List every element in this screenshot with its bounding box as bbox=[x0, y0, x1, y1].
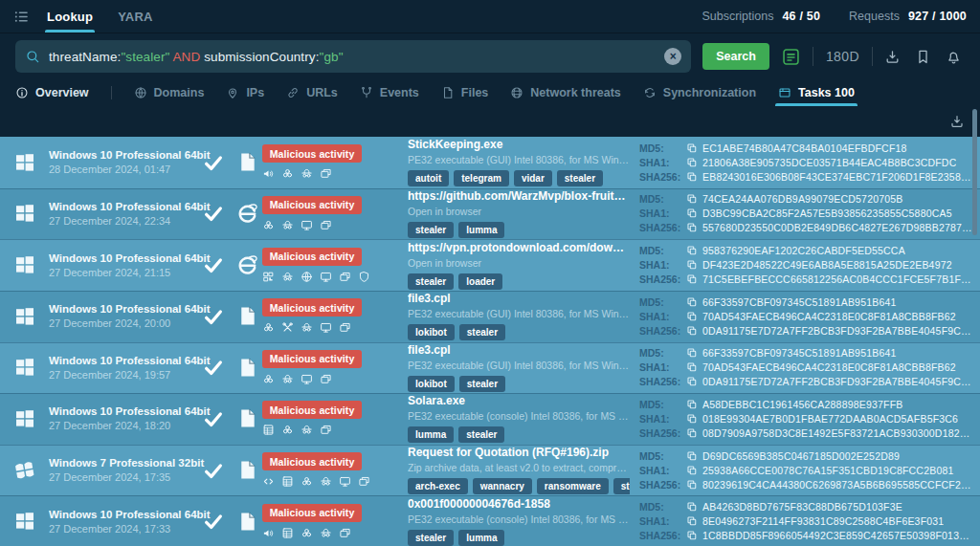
tag-lokibot[interactable]: lokibot bbox=[408, 376, 455, 392]
tag-loader[interactable]: loader bbox=[458, 273, 502, 290]
tag-lokibot[interactable]: lokibot bbox=[408, 324, 455, 340]
task-name[interactable]: Request for Quotation (RFQ#196).zip bbox=[408, 446, 630, 459]
tab-domains[interactable]: Domains bbox=[134, 79, 205, 106]
verdict-badge[interactable]: Malicious activity bbox=[262, 452, 362, 470]
tab-tasks-100[interactable]: Tasks 100 bbox=[778, 79, 855, 106]
copy-icon[interactable] bbox=[686, 171, 698, 183]
os-cell: Windows 10 Professional 64bit 27 Decembe… bbox=[0, 509, 195, 535]
task-date: 27 December 2024, 17:33 bbox=[49, 523, 211, 535]
top-tab-yara[interactable]: YARA bbox=[118, 0, 152, 33]
table-row[interactable]: Windows 10 Professional 64bit 27 Decembe… bbox=[0, 291, 980, 342]
tab-events[interactable]: Events bbox=[360, 79, 419, 106]
tag-arch-exec[interactable]: arch-exec bbox=[408, 478, 468, 494]
sha1-value: DF423E2D48522C49E6AB8A5E8815A25DE2EB4972 bbox=[702, 259, 952, 271]
hash-label: MD5: bbox=[639, 450, 681, 462]
task-name[interactable]: StickKeeping.exe bbox=[408, 138, 630, 151]
task-name[interactable]: Solara.exe bbox=[408, 394, 630, 407]
task-name[interactable]: https://github.com/WarzMvp/blox-fruits-s… bbox=[408, 189, 630, 203]
tag-stealer[interactable]: stealer bbox=[459, 324, 505, 340]
tag-telegram[interactable]: telegram bbox=[454, 170, 509, 186]
verdict-badge[interactable]: Malicious activity bbox=[262, 196, 362, 214]
tag-autoit[interactable]: autoit bbox=[408, 170, 449, 186]
verdict-badge[interactable]: Malicious activity bbox=[262, 144, 362, 163]
tag-stealer[interactable]: stealer bbox=[408, 273, 454, 290]
search-input[interactable]: threatName:"stealer" AND submissionCount… bbox=[15, 40, 691, 73]
tab-files[interactable]: Files bbox=[441, 79, 489, 106]
scrollbar-thumb[interactable] bbox=[972, 109, 977, 235]
copy-icon[interactable] bbox=[686, 361, 698, 373]
task-name[interactable]: file3.cpl bbox=[408, 292, 630, 305]
top-tab-lookup[interactable]: Lookup bbox=[47, 0, 93, 33]
table-row[interactable]: Windows 10 Professional 64bit 27 Decembe… bbox=[0, 393, 980, 445]
copy-icon[interactable] bbox=[686, 515, 698, 527]
copy-icon[interactable] bbox=[686, 347, 698, 359]
tag-lumma[interactable]: lumma bbox=[458, 222, 504, 238]
tab-urls[interactable]: URLs bbox=[286, 79, 338, 106]
notifications-icon[interactable] bbox=[946, 49, 962, 65]
tab-network-threats[interactable]: Network threats bbox=[510, 79, 620, 106]
copy-icon[interactable] bbox=[686, 222, 698, 233]
task-name[interactable]: file3.cpl bbox=[408, 343, 630, 357]
table-row[interactable]: Windows 10 Professional 64bit 27 Decembe… bbox=[0, 342, 980, 394]
copy-icon[interactable] bbox=[686, 530, 698, 541]
bookmark-icon[interactable] bbox=[915, 49, 931, 65]
copy-icon[interactable] bbox=[686, 207, 698, 219]
hash-line-md5: MD5: A58DEBBC1C1961456CA288898E937FFB bbox=[639, 399, 974, 410]
tag-stealer[interactable]: stealer bbox=[459, 376, 505, 392]
verdict-badge[interactable]: Malicious activity bbox=[262, 401, 362, 419]
tag-stealer[interactable]: stealer bbox=[458, 426, 504, 443]
clear-search-button[interactable]: × bbox=[664, 48, 681, 65]
tab-synchronization[interactable]: Synchronization bbox=[643, 79, 756, 106]
verdict-badge[interactable]: Malicious activity bbox=[262, 248, 362, 266]
copy-icon[interactable] bbox=[686, 450, 698, 462]
export-icon[interactable] bbox=[949, 114, 965, 129]
copy-icon[interactable] bbox=[686, 479, 698, 491]
table-row[interactable]: Windows 7 Professional 32bit 27 December… bbox=[0, 445, 980, 496]
copy-icon[interactable] bbox=[686, 142, 698, 154]
os-cell: Windows 10 Professional 64bit 27 Decembe… bbox=[0, 355, 195, 381]
search-button[interactable]: Search bbox=[702, 43, 769, 70]
query-builder-icon[interactable] bbox=[781, 47, 801, 67]
stack-icon bbox=[320, 424, 332, 436]
tab-ips[interactable]: IPs bbox=[226, 79, 264, 106]
check-icon bbox=[203, 203, 224, 224]
copy-icon[interactable] bbox=[686, 311, 698, 322]
os-name: Windows 10 Professional 64bit bbox=[49, 149, 211, 161]
copy-icon[interactable] bbox=[686, 501, 698, 513]
verdict-badge[interactable]: Malicious activity bbox=[262, 350, 362, 368]
copy-icon[interactable] bbox=[686, 245, 698, 256]
download-icon[interactable] bbox=[884, 49, 901, 65]
tag-stealer[interactable]: stealer bbox=[613, 478, 630, 494]
copy-icon[interactable] bbox=[686, 193, 698, 205]
task-name[interactable]: https://vpn.protondownload.com/download/… bbox=[408, 241, 630, 254]
verdict-badge[interactable]: Malicious activity bbox=[262, 504, 362, 522]
tag-ransomware[interactable]: ransomware bbox=[537, 478, 609, 494]
tag-lumma[interactable]: lumma bbox=[458, 530, 504, 546]
table-row[interactable]: Windows 10 Professional 64bit 27 Decembe… bbox=[0, 495, 980, 546]
copy-icon[interactable] bbox=[686, 413, 698, 425]
tag-vidar[interactable]: vidar bbox=[514, 170, 552, 186]
copy-icon[interactable] bbox=[686, 296, 698, 308]
table-row[interactable]: Windows 10 Professional 64bit 28 Decembe… bbox=[0, 137, 980, 188]
tag-stealer[interactable]: stealer bbox=[408, 530, 454, 546]
verdict-badge[interactable]: Malicious activity bbox=[262, 298, 362, 317]
copy-icon[interactable] bbox=[686, 325, 698, 337]
table-row[interactable]: Windows 10 Professional 64bit 27 Decembe… bbox=[0, 239, 980, 291]
copy-icon[interactable] bbox=[686, 273, 698, 285]
copy-icon[interactable] bbox=[686, 259, 698, 271]
time-range-select[interactable]: 180D bbox=[822, 49, 863, 64]
copy-icon[interactable] bbox=[686, 157, 698, 168]
task-name[interactable]: 0x001f00000004676d-1858 bbox=[408, 497, 630, 511]
tag-lumma[interactable]: lumma bbox=[408, 426, 454, 443]
tag-stealer[interactable]: stealer bbox=[408, 222, 454, 238]
tab-overview[interactable]: Overview bbox=[15, 79, 89, 106]
copy-icon[interactable] bbox=[686, 427, 698, 439]
menu-icon[interactable] bbox=[13, 9, 30, 25]
copy-icon[interactable] bbox=[686, 465, 698, 476]
copy-icon[interactable] bbox=[686, 399, 698, 410]
table-row[interactable]: Windows 10 Professional 64bit 27 Decembe… bbox=[0, 188, 980, 240]
copy-icon[interactable] bbox=[686, 376, 698, 387]
tag-stealer[interactable]: stealer bbox=[557, 170, 603, 186]
search-query[interactable]: threatName:"stealer" AND submissionCount… bbox=[49, 50, 656, 64]
tag-wannacry[interactable]: wannacry bbox=[473, 478, 532, 494]
